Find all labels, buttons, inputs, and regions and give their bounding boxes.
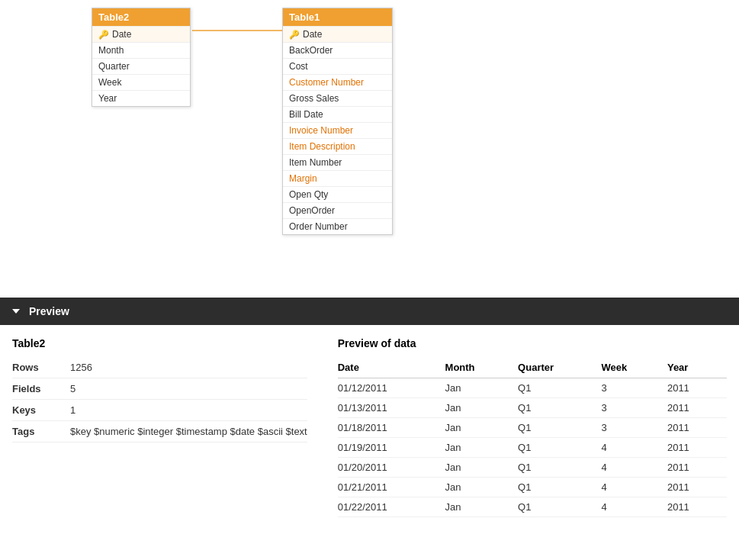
preview-table-header-row: Date Month Quarter Week Year: [338, 357, 727, 378]
table-cell: 4: [602, 497, 667, 517]
col-week: Week: [602, 357, 667, 378]
table2-header: Table2: [92, 8, 190, 26]
table-cell: Jan: [445, 378, 519, 398]
tags-value: $key $numeric $integer $timestamp $date …: [70, 426, 307, 437]
table1-field-openorder[interactable]: OpenOrder: [283, 202, 392, 218]
table-cell: 2011: [667, 458, 727, 478]
data-preview-title: Preview of data: [338, 337, 727, 349]
diagram-area: Table2 🔑 Date Month Quarter Week Year Ta…: [0, 0, 739, 298]
table1-title: Table1: [289, 11, 320, 23]
table-row: 01/20/2011JanQ142011: [338, 458, 727, 478]
table1-field-open-qty[interactable]: Open Qty: [283, 186, 392, 202]
table2-title: Table2: [98, 11, 129, 23]
table-cell: 01/19/2011: [338, 438, 445, 458]
table-row: 01/22/2011JanQ142011: [338, 497, 727, 517]
table1-field-margin[interactable]: Margin: [283, 170, 392, 186]
table-cell: Q1: [518, 478, 601, 497]
table-cell: 2011: [667, 438, 727, 458]
preview-header: Preview: [0, 298, 739, 325]
data-preview: Preview of data Date Month Quarter Week …: [338, 337, 727, 517]
meta-row-fields: Fields 5: [12, 378, 307, 400]
date-key-icon: 🔑: [98, 30, 109, 40]
table-cell: Q1: [518, 418, 601, 438]
chevron-down-icon: [12, 309, 20, 314]
col-month: Month: [445, 357, 519, 378]
meta-row-keys: Keys 1: [12, 400, 307, 421]
table1-field-item-number[interactable]: Item Number: [283, 154, 392, 170]
meta-row-rows: Rows 1256: [12, 357, 307, 378]
meta-row-tags: Tags $key $numeric $integer $timestamp $…: [12, 421, 307, 443]
table-cell: 4: [602, 458, 667, 478]
keys-label: Keys: [12, 404, 58, 416]
col-quarter: Quarter: [518, 357, 601, 378]
table-cell: 2011: [667, 378, 727, 398]
rows-value: 1256: [70, 362, 92, 373]
table-cell: Jan: [445, 398, 519, 418]
meta-table-name: Table2: [12, 337, 307, 349]
preview-table: Date Month Quarter Week Year 01/12/2011J…: [338, 357, 727, 517]
table-row: 01/18/2011JanQ132011: [338, 418, 727, 438]
preview-body: Table2 Rows 1256 Fields 5 Keys 1 Tags $k…: [0, 325, 739, 529]
table-cell: 2011: [667, 398, 727, 418]
table-cell: 01/18/2011: [338, 418, 445, 438]
table1-header: Table1: [283, 8, 392, 26]
table-cell: 01/22/2011: [338, 497, 445, 517]
table-cell: 01/20/2011: [338, 458, 445, 478]
table2-field-month[interactable]: Month: [92, 42, 190, 58]
table2-box: Table2 🔑 Date Month Quarter Week Year: [92, 8, 191, 107]
preview-table-head: Date Month Quarter Week Year: [338, 357, 727, 378]
table-meta: Table2 Rows 1256 Fields 5 Keys 1 Tags $k…: [12, 337, 307, 517]
table1-field-cost[interactable]: Cost: [283, 58, 392, 74]
table-row: 01/12/2011JanQ132011: [338, 378, 727, 398]
rows-label: Rows: [12, 362, 58, 373]
table2-field-date[interactable]: 🔑 Date: [92, 26, 190, 42]
table-cell: 3: [602, 418, 667, 438]
table-cell: 01/13/2011: [338, 398, 445, 418]
col-year: Year: [667, 357, 727, 378]
table-cell: Jan: [445, 478, 519, 497]
table-cell: 2011: [667, 478, 727, 497]
table2-field-quarter[interactable]: Quarter: [92, 58, 190, 74]
table1-field-date[interactable]: 🔑 Date: [283, 26, 392, 42]
table-cell: 01/21/2011: [338, 478, 445, 497]
table-cell: Q1: [518, 398, 601, 418]
keys-value: 1: [70, 404, 76, 416]
table-cell: Jan: [445, 438, 519, 458]
table1-date-key-icon: 🔑: [289, 30, 300, 40]
table1-field-customer-number[interactable]: Customer Number: [283, 74, 392, 90]
table1-field-gross-sales[interactable]: Gross Sales: [283, 90, 392, 106]
table1-field-bill-date[interactable]: Bill Date: [283, 106, 392, 122]
table1-field-item-description[interactable]: Item Description: [283, 138, 392, 154]
table-cell: Jan: [445, 418, 519, 438]
fields-value: 5: [70, 383, 76, 394]
table-row: 01/21/2011JanQ142011: [338, 478, 727, 497]
table1-box: Table1 🔑 Date BackOrder Cost Customer Nu…: [282, 8, 393, 235]
table1-field-order-number[interactable]: Order Number: [283, 218, 392, 234]
table2-field-week[interactable]: Week: [92, 74, 190, 90]
fields-label: Fields: [12, 383, 58, 394]
table-cell: 4: [602, 438, 667, 458]
table-cell: Jan: [445, 497, 519, 517]
table-cell: Q1: [518, 458, 601, 478]
table-row: 01/19/2011JanQ142011: [338, 438, 727, 458]
table-cell: Q1: [518, 497, 601, 517]
table-cell: 3: [602, 398, 667, 418]
table-cell: 4: [602, 478, 667, 497]
preview-table-body: 01/12/2011JanQ13201101/13/2011JanQ132011…: [338, 378, 727, 517]
table-cell: 01/12/2011: [338, 378, 445, 398]
table-cell: 3: [602, 378, 667, 398]
col-date: Date: [338, 357, 445, 378]
preview-title: Preview: [29, 305, 69, 317]
table-cell: 2011: [667, 497, 727, 517]
table1-field-invoice-number[interactable]: Invoice Number: [283, 122, 392, 138]
table2-field-year[interactable]: Year: [92, 90, 190, 106]
table-cell: Q1: [518, 438, 601, 458]
table-row: 01/13/2011JanQ132011: [338, 398, 727, 418]
table-cell: 2011: [667, 418, 727, 438]
tags-label: Tags: [12, 426, 58, 437]
table-cell: Jan: [445, 458, 519, 478]
table1-field-backorder[interactable]: BackOrder: [283, 42, 392, 58]
table-cell: Q1: [518, 378, 601, 398]
